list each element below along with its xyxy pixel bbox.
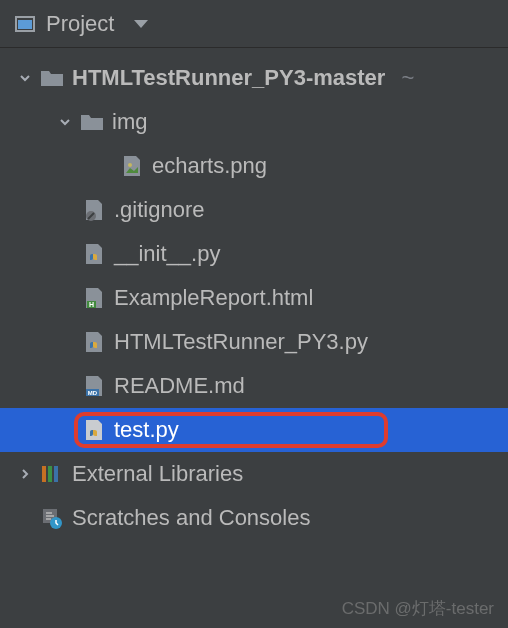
project-panel-header[interactable]: Project <box>0 0 508 48</box>
watermark: CSDN @灯塔-tester <box>342 597 494 620</box>
scratches-icon <box>40 506 64 530</box>
file-node-gitignore[interactable]: .gitignore <box>0 188 508 232</box>
scratches-node[interactable]: Scratches and Consoles <box>0 496 508 540</box>
python-file-icon <box>82 418 106 442</box>
panel-icon <box>14 13 36 35</box>
svg-point-2 <box>128 163 132 167</box>
markdown-file-icon: MD <box>82 374 106 398</box>
html-file-icon: H <box>82 286 106 310</box>
dropdown-icon[interactable] <box>134 20 148 28</box>
svg-rect-9 <box>42 466 46 482</box>
project-tree: HTMLTestRunner_PY3-master ~ img echarts.… <box>0 48 508 540</box>
folder-node-img[interactable]: img <box>0 100 508 144</box>
file-node-runner[interactable]: HTMLTestRunner_PY3.py <box>0 320 508 364</box>
project-path-suffix: ~ <box>401 65 414 91</box>
folder-icon <box>80 110 104 134</box>
file-label: __init__.py <box>114 241 220 267</box>
chevron-down-icon[interactable] <box>58 116 72 128</box>
file-label: HTMLTestRunner_PY3.py <box>114 329 368 355</box>
python-file-icon <box>82 242 106 266</box>
project-root-node[interactable]: HTMLTestRunner_PY3-master ~ <box>0 56 508 100</box>
svg-rect-10 <box>48 466 52 482</box>
libraries-icon <box>40 462 64 486</box>
file-label: test.py <box>114 417 179 443</box>
file-label: .gitignore <box>114 197 205 223</box>
file-label: README.md <box>114 373 245 399</box>
file-label: ExampleReport.html <box>114 285 313 311</box>
file-node-test[interactable]: test.py <box>0 408 508 452</box>
file-node-readme[interactable]: MD README.md <box>0 364 508 408</box>
panel-title: Project <box>46 11 114 37</box>
chevron-right-icon[interactable] <box>18 468 32 480</box>
image-file-icon <box>120 154 144 178</box>
ignore-file-icon <box>82 198 106 222</box>
external-libraries-node[interactable]: External Libraries <box>0 452 508 496</box>
python-file-icon <box>82 330 106 354</box>
file-node-example[interactable]: H ExampleReport.html <box>0 276 508 320</box>
project-name: HTMLTestRunner_PY3-master <box>72 65 385 91</box>
file-label: echarts.png <box>152 153 267 179</box>
node-label: Scratches and Consoles <box>72 505 310 531</box>
chevron-down-icon[interactable] <box>18 72 32 84</box>
folder-label: img <box>112 109 147 135</box>
svg-rect-1 <box>18 20 32 29</box>
svg-rect-11 <box>54 466 58 482</box>
svg-text:H: H <box>89 301 94 308</box>
file-node-init[interactable]: __init__.py <box>0 232 508 276</box>
svg-text:MD: MD <box>88 390 98 396</box>
file-node-echarts[interactable]: echarts.png <box>0 144 508 188</box>
folder-icon <box>40 66 64 90</box>
node-label: External Libraries <box>72 461 243 487</box>
